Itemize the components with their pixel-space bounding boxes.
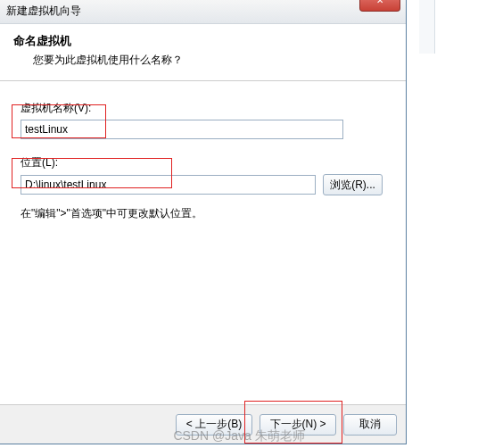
window-title: 新建虚拟机向导 [6, 4, 81, 17]
browse-button[interactable]: 浏览(R)... [323, 174, 383, 195]
title-bar: 新建虚拟机向导 ✕ [0, 0, 406, 24]
cancel-button[interactable]: 取消 [343, 414, 397, 436]
header-subtitle: 您要为此虚拟机使用什么名称？ [33, 53, 390, 68]
wizard-header: 命名虚拟机 您要为此虚拟机使用什么名称？ [0, 24, 406, 81]
next-button[interactable]: 下一步(N) > [260, 414, 336, 436]
close-button[interactable]: ✕ [359, 0, 400, 12]
location-input[interactable] [21, 175, 316, 195]
vm-name-input[interactable] [21, 120, 343, 139]
wizard-footer: < 上一步(B) 下一步(N) > 取消 [0, 404, 406, 444]
location-hint: 在"编辑">"首选项"中可更改默认位置。 [21, 206, 383, 221]
background-panel [419, 0, 435, 54]
vm-name-label: 虚拟机名称(V): [21, 101, 383, 116]
location-row: 浏览(R)... [21, 174, 383, 195]
wizard-content: 虚拟机名称(V): 位置(L): 浏览(R)... 在"编辑">"首选项"中可更… [0, 81, 406, 230]
back-button[interactable]: < 上一步(B) [176, 414, 252, 436]
wizard-window: 新建虚拟机向导 ✕ 命名虚拟机 您要为此虚拟机使用什么名称？ 虚拟机名称(V):… [0, 0, 407, 444]
location-label: 位置(L): [21, 155, 383, 170]
header-title: 命名虚拟机 [13, 33, 390, 49]
